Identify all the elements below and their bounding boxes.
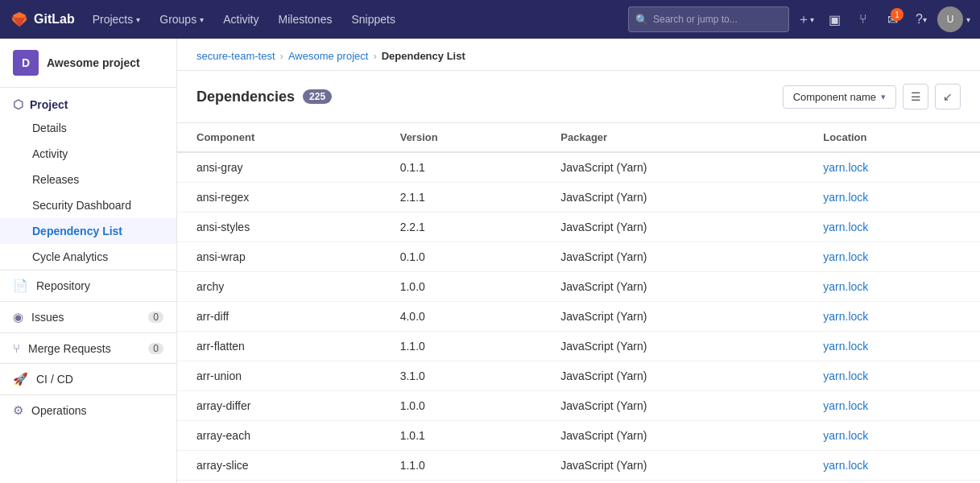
yarn-lock-link[interactable]: yarn.lock <box>823 310 868 323</box>
table-row: arr-diff4.0.0JavaScript (Yarn)yarn.lock <box>177 302 980 332</box>
cell-version: 2.1.1 <box>381 183 542 213</box>
sidebar-item-releases[interactable]: Releases <box>0 167 176 192</box>
table-row: arr-union3.1.0JavaScript (Yarn)yarn.lock <box>177 361 980 391</box>
yarn-lock-link[interactable]: yarn.lock <box>823 191 868 204</box>
table-row: array-differ1.0.0JavaScript (Yarn)yarn.l… <box>177 391 980 421</box>
table-row: arr-flatten1.1.0JavaScript (Yarn)yarn.lo… <box>177 332 980 361</box>
cell-location: yarn.lock <box>804 361 980 391</box>
cell-packager: JavaScript (Yarn) <box>541 332 804 361</box>
cell-location: yarn.lock <box>804 152 980 183</box>
cell-packager: JavaScript (Yarn) <box>541 183 804 213</box>
todo-badge: 1 <box>891 8 904 21</box>
merge-requests-badge: 0 <box>148 343 163 354</box>
table-row: array-each1.0.1JavaScript (Yarn)yarn.loc… <box>177 421 980 451</box>
issues-icon: ◉ <box>13 310 23 324</box>
merge-requests-button[interactable]: ⑂ <box>850 6 876 32</box>
sidebar-item-merge-requests[interactable]: ⑂ Merge Requests 0 <box>0 332 176 363</box>
nav-icon-group: ＋ ▾ ▣ ⑂ ✉ 1 ? ▾ U ▾ <box>792 6 970 32</box>
cell-version: 0.1.0 <box>381 242 542 272</box>
yarn-lock-link[interactable]: yarn.lock <box>823 399 868 412</box>
cicd-icon: 🚀 <box>13 372 28 386</box>
dependency-table: Component Version Packager Location ansi… <box>177 122 980 481</box>
issues-badge: 0 <box>148 312 163 323</box>
yarn-lock-link[interactable]: yarn.lock <box>823 459 868 472</box>
merge-icon: ⑂ <box>859 12 867 27</box>
yarn-lock-link[interactable]: yarn.lock <box>823 250 868 263</box>
yarn-lock-link[interactable]: yarn.lock <box>823 429 868 442</box>
nav-groups[interactable]: Groups ▾ <box>151 0 212 39</box>
todos-button[interactable]: ✉ 1 <box>879 6 905 32</box>
table-row: array-slice1.1.0JavaScript (Yarn)yarn.lo… <box>177 451 980 481</box>
cell-component: arr-flatten <box>177 332 381 361</box>
breadcrumb-secure-team[interactable]: secure-team-test <box>196 50 275 62</box>
plus-icon: ＋ <box>797 11 810 28</box>
cell-version: 1.0.0 <box>381 391 542 421</box>
component-name-filter[interactable]: Component name ▾ <box>783 85 896 109</box>
gitlab-logo[interactable]: GitLab <box>10 10 75 29</box>
export-button[interactable]: ↙ <box>935 84 961 109</box>
help-button[interactable]: ? ▾ <box>908 6 934 32</box>
cell-component: arr-diff <box>177 302 381 332</box>
sidebar-item-operations[interactable]: ⚙ Operations <box>0 394 176 426</box>
sidebar-item-details[interactable]: Details <box>0 115 176 141</box>
cell-packager: JavaScript (Yarn) <box>541 242 804 272</box>
cell-version: 2.2.1 <box>381 213 542 242</box>
nav-projects[interactable]: Projects ▾ <box>85 0 149 39</box>
export-icon: ↙ <box>943 90 953 103</box>
cell-version: 1.0.1 <box>381 421 542 451</box>
terminal-button[interactable]: ▣ <box>821 6 847 32</box>
sidebar-section-project[interactable]: ⬡ Project <box>0 88 176 115</box>
sidebar-item-repository[interactable]: 📄 Repository <box>0 270 176 301</box>
operations-icon: ⚙ <box>13 403 23 418</box>
nav-milestones[interactable]: Milestones <box>271 0 341 39</box>
chevron-down-icon: ▾ <box>136 15 140 24</box>
breadcrumb-current: Dependency List <box>382 50 465 62</box>
sidebar-item-issues[interactable]: ◉ Issues 0 <box>0 301 176 332</box>
nav-snippets[interactable]: Snippets <box>343 0 403 39</box>
table-row: ansi-styles2.2.1JavaScript (Yarn)yarn.lo… <box>177 213 980 242</box>
cell-component: ansi-gray <box>177 152 381 183</box>
gitlab-wordmark: GitLab <box>34 12 75 27</box>
page-title: Dependencies 225 <box>196 89 332 105</box>
cell-packager: JavaScript (Yarn) <box>541 361 804 391</box>
yarn-lock-link[interactable]: yarn.lock <box>823 161 868 174</box>
sidebar-item-cycle-analytics[interactable]: Cycle Analytics <box>0 244 176 270</box>
sidebar-item-security-dashboard[interactable]: Security Dashboard <box>0 192 176 218</box>
cell-packager: JavaScript (Yarn) <box>541 152 804 183</box>
sidebar-item-activity[interactable]: Activity <box>0 141 176 167</box>
col-header-component: Component <box>177 123 381 153</box>
cell-version: 4.0.0 <box>381 302 542 332</box>
new-item-button[interactable]: ＋ ▾ <box>792 6 818 32</box>
yarn-lock-link[interactable]: yarn.lock <box>823 369 868 382</box>
cell-location: yarn.lock <box>804 213 980 242</box>
cell-component: array-differ <box>177 391 381 421</box>
cell-packager: JavaScript (Yarn) <box>541 391 804 421</box>
chevron-down-icon: ▾ <box>810 15 814 24</box>
yarn-lock-link[interactable]: yarn.lock <box>823 340 868 353</box>
chevron-down-icon: ▾ <box>881 92 886 102</box>
table-row: ansi-regex2.1.1JavaScript (Yarn)yarn.loc… <box>177 183 980 213</box>
cell-location: yarn.lock <box>804 272 980 302</box>
cell-version: 1.1.0 <box>381 332 542 361</box>
repository-icon: 📄 <box>13 279 28 293</box>
cell-component: ansi-styles <box>177 213 381 242</box>
yarn-lock-link[interactable]: yarn.lock <box>823 221 868 233</box>
filter-icon: ☰ <box>911 90 921 103</box>
filter-icon-button[interactable]: ☰ <box>903 84 928 109</box>
sidebar-item-cicd[interactable]: 🚀 CI / CD <box>0 363 176 394</box>
user-avatar[interactable]: U <box>937 6 963 32</box>
cell-component: ansi-wrap <box>177 242 381 272</box>
cell-packager: JavaScript (Yarn) <box>541 213 804 242</box>
project-header: D Awesome project <box>0 39 176 88</box>
breadcrumb-sep-2: › <box>373 50 376 62</box>
yarn-lock-link[interactable]: yarn.lock <box>823 280 868 293</box>
cell-packager: JavaScript (Yarn) <box>541 302 804 332</box>
breadcrumb-awesome-project[interactable]: Awesome project <box>288 50 368 62</box>
nav-activity[interactable]: Activity <box>215 0 267 39</box>
avatar-chevron-icon: ▾ <box>966 15 970 24</box>
cell-component: ansi-regex <box>177 183 381 213</box>
cell-version: 0.1.1 <box>381 152 542 183</box>
search-bar[interactable]: 🔍 Search or jump to... <box>628 6 789 32</box>
col-header-packager: Packager <box>541 123 804 153</box>
sidebar-item-dependency-list[interactable]: Dependency List <box>0 218 176 244</box>
